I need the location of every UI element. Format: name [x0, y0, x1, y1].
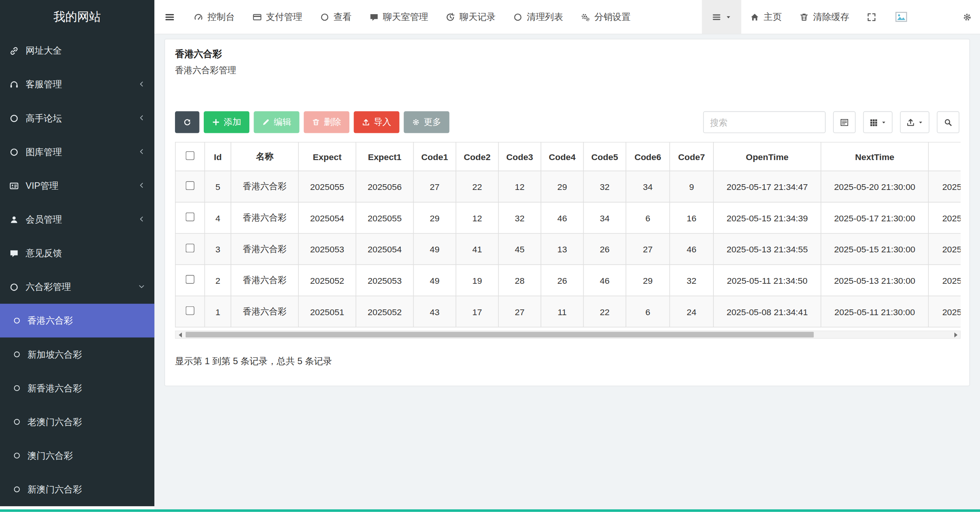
settings-button[interactable]: [954, 0, 980, 34]
table-cell: 49: [414, 265, 456, 296]
scrollbar-thumb[interactable]: [186, 332, 814, 338]
select-all-checkbox[interactable]: [186, 151, 195, 160]
table-row[interactable]: 4香港六合彩2025054202505529123246346162025-05…: [175, 202, 961, 234]
column-header[interactable]: 名称: [231, 142, 298, 171]
circle-icon: [9, 113, 18, 123]
column-header[interactable]: Code4: [541, 142, 583, 171]
avatar-broken-image[interactable]: [885, 0, 918, 34]
row-checkbox-cell: [175, 171, 205, 202]
row-checkbox[interactable]: [186, 306, 195, 315]
refresh-button[interactable]: [175, 111, 200, 133]
sidebar-subitem[interactable]: 新澳门六合彩: [0, 473, 154, 506]
table-row[interactable]: 1香港六合彩2025051202505243172711226242025-05…: [175, 296, 961, 327]
sidebar-item[interactable]: 高手论坛: [0, 101, 154, 135]
add-button[interactable]: 添加: [204, 111, 249, 133]
caret-down-icon: [881, 118, 886, 127]
column-header[interactable]: Code7: [670, 142, 713, 171]
column-header[interactable]: Code2: [456, 142, 499, 171]
import-button[interactable]: 导入: [354, 111, 399, 133]
table-cell: 香港六合彩: [231, 171, 298, 202]
sidebar-subitem[interactable]: 老澳门六合彩: [0, 405, 154, 439]
topnav-item[interactable]: 聊天室管理: [360, 0, 437, 34]
gear-icon: [962, 12, 972, 21]
sidebar-item-label: 高手论坛: [26, 112, 62, 124]
topnav-item[interactable]: 聊天记录: [437, 0, 504, 34]
column-header[interactable]: Expect: [298, 142, 356, 171]
detail-view-button[interactable]: [833, 111, 856, 133]
sidebar-subitem[interactable]: 澳门六合彩: [0, 439, 154, 473]
row-checkbox[interactable]: [186, 275, 195, 284]
column-header[interactable]: NextTime: [821, 142, 929, 171]
sidebar-item[interactable]: 六合彩管理: [0, 270, 154, 304]
menu-dropdown-button[interactable]: [702, 0, 741, 34]
column-header[interactable]: Code5: [583, 142, 626, 171]
export-button[interactable]: [900, 111, 929, 133]
table-container: Id名称ExpectExpect1Code1Code2Code3Code4Cod…: [175, 142, 960, 327]
sidebar-item[interactable]: 会员管理: [0, 203, 154, 236]
table-cell: 32: [499, 202, 541, 234]
table-cell: 2025052: [356, 296, 413, 327]
circle-icon: [320, 12, 329, 21]
table-cell: 2025-05-20 21:30:00: [821, 171, 929, 202]
sidebar-item[interactable]: 网址大全: [0, 34, 154, 67]
columns-button[interactable]: [863, 111, 893, 133]
topnav-item[interactable]: 查看: [311, 0, 360, 34]
column-header[interactable]: Expect1: [356, 142, 413, 171]
sidebar-subitem[interactable]: 香港六合彩: [0, 304, 154, 337]
caret-down-icon: [726, 12, 731, 22]
column-header[interactable]: OpenTime: [713, 142, 821, 171]
table-row[interactable]: 2香港六合彩20250522025053491928264629322025-0…: [175, 265, 961, 296]
table-row[interactable]: 5香港六合彩2025055202505627221229323492025-05…: [175, 171, 961, 202]
table-cell: 43: [414, 296, 456, 327]
sidebar-item-label: 图库管理: [26, 146, 62, 158]
search-button[interactable]: [937, 111, 959, 133]
column-header[interactable]: Code6: [626, 142, 669, 171]
table-cell: 2025-05-17 21:34:47: [713, 171, 821, 202]
row-checkbox[interactable]: [186, 181, 195, 190]
table-cell: 2025055: [356, 202, 413, 234]
table-cell: 2025-05-11 21:34:50: [713, 265, 821, 296]
topnav-item-label: 分销设置: [594, 11, 631, 23]
topnav-item[interactable]: 清理列表: [504, 0, 572, 34]
more-button[interactable]: 更多: [404, 111, 449, 133]
topnav-item[interactable]: 支付管理: [244, 0, 311, 34]
sidebar-item-label: 六合彩管理: [26, 281, 71, 293]
row-checkbox-cell: [175, 202, 205, 234]
home-link[interactable]: 主页: [741, 0, 791, 34]
scroll-right-arrow[interactable]: [952, 331, 960, 338]
column-header[interactable]: Code3: [499, 142, 541, 171]
table-cell: 2025054: [356, 234, 413, 265]
edit-button[interactable]: 编辑: [254, 111, 299, 133]
row-checkbox[interactable]: [186, 213, 195, 221]
sidebar-toggle-button[interactable]: [154, 0, 185, 34]
topnav: 控制台支付管理查看聊天室管理聊天记录清理列表分销设置 主页 清除缓存: [154, 0, 980, 34]
scroll-left-arrow[interactable]: [176, 331, 184, 338]
clear-cache-link[interactable]: 清除缓存: [790, 0, 858, 34]
table-cell: 46: [541, 202, 583, 234]
fullscreen-button[interactable]: [858, 0, 885, 34]
topnav-item-label: 控制台: [208, 11, 235, 23]
sidebar-item-label: 意见反馈: [26, 247, 62, 259]
column-header[interactable]: Code1: [414, 142, 456, 171]
table-row[interactable]: 3香港六合彩20250532025054494145132627462025-0…: [175, 234, 961, 265]
sidebar-subitem[interactable]: 新加坡六合彩: [0, 337, 154, 371]
topnav-item[interactable]: 控制台: [185, 0, 244, 34]
sidebar-item[interactable]: VIP管理: [0, 169, 154, 203]
sidebar-item[interactable]: 意见反馈: [0, 236, 154, 270]
row-checkbox[interactable]: [186, 244, 195, 252]
table-cell: 12: [456, 202, 499, 234]
detail-view-icon: [840, 118, 849, 127]
sidebar-item[interactable]: 图库管理: [0, 135, 154, 169]
search-input[interactable]: [703, 111, 826, 133]
table-cell: 27: [414, 171, 456, 202]
horizontal-scrollbar[interactable]: [175, 330, 960, 339]
column-header[interactable]: Id: [205, 142, 231, 171]
export-icon: [906, 118, 915, 127]
sidebar-item[interactable]: 客服管理: [0, 67, 154, 101]
sidebar-subitem[interactable]: 新香港六合彩: [0, 371, 154, 405]
column-header[interactable]: [928, 142, 960, 171]
topnav-item[interactable]: 分销设置: [572, 0, 639, 34]
plus-icon: [212, 118, 220, 126]
table-cell: 9: [670, 171, 713, 202]
delete-button[interactable]: 删除: [304, 111, 349, 133]
